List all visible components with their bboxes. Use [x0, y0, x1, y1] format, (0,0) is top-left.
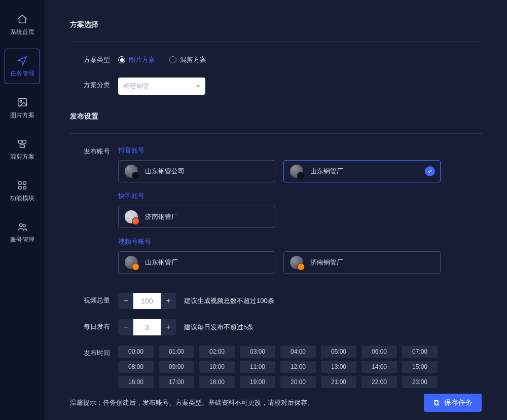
account-card-douyin-0[interactable]: 山东钢管公司 [118, 160, 275, 182]
svg-rect-3 [23, 140, 26, 143]
group-douyin-title: 抖音账号 [118, 146, 482, 155]
nav-label: 功能模块 [10, 194, 34, 203]
plan-category-select[interactable]: 精密钢管 [118, 78, 205, 95]
time-chip[interactable]: 12:00 [280, 361, 316, 373]
time-chip[interactable]: 17:00 [159, 376, 194, 388]
time-chip[interactable]: 21:00 [321, 376, 356, 388]
nav-home[interactable]: 系统首页 [5, 7, 40, 43]
label-plan-category: 方案分类 [70, 78, 118, 90]
time-chip[interactable]: 11:00 [240, 361, 275, 373]
radio-dot-icon [169, 56, 176, 63]
time-chip[interactable]: 04:00 [280, 346, 316, 358]
send-icon [17, 55, 28, 66]
account-card-shipin-1[interactable]: 济南钢管厂 [283, 251, 441, 274]
svg-rect-7 [19, 186, 22, 189]
nav-label: 任务管理 [10, 69, 34, 78]
account-name: 济南钢管厂 [310, 258, 343, 267]
time-chip[interactable]: 01:00 [159, 346, 194, 358]
time-chip[interactable]: 13:00 [321, 361, 356, 373]
radio-image-plan[interactable]: 图片方案 [118, 55, 155, 64]
footer-tip: 温馨提示：任务创建后，发布账号、方案类型、基础资料不可更改，请校对后保存。 [70, 398, 314, 407]
time-chip[interactable]: 15:00 [402, 361, 438, 373]
svg-rect-5 [19, 181, 22, 184]
time-chip[interactable]: 06:00 [361, 346, 397, 358]
grid-icon [17, 180, 28, 191]
nav-modules[interactable]: 功能模块 [5, 173, 40, 209]
stepper-increment[interactable]: + [161, 319, 176, 335]
svg-point-10 [23, 224, 25, 226]
nav-label: 账号管理 [10, 236, 34, 244]
label-publish-time: 发布时间 [70, 346, 118, 358]
divider [70, 42, 482, 42]
time-chip[interactable]: 03:00 [240, 346, 275, 358]
video-total-hint: 建议生成视频总数不超过100条 [184, 296, 274, 306]
group-shipin-title: 视频号账号 [118, 237, 482, 246]
chevron-down-icon [196, 85, 200, 88]
svg-rect-4 [20, 144, 24, 147]
users-icon [17, 221, 28, 233]
save-icon [433, 399, 440, 406]
save-button[interactable]: 保存任务 [424, 394, 482, 412]
section-plan-select: 方案选择 [70, 20, 482, 29]
time-chip[interactable]: 19:00 [240, 376, 275, 388]
svg-rect-2 [19, 140, 22, 143]
time-chip[interactable]: 05:00 [321, 346, 356, 358]
stepper-decrement[interactable]: − [118, 319, 133, 335]
nav-label: 混剪方案 [10, 152, 34, 161]
time-chip[interactable]: 09:00 [159, 361, 194, 373]
time-chip[interactable]: 20:00 [280, 376, 316, 388]
daily-publish-hint: 建议每日发布不超过5条 [184, 323, 254, 332]
avatar-icon [125, 256, 138, 269]
label-daily-publish: 每日发布 [70, 319, 118, 331]
time-chip[interactable]: 18:00 [199, 376, 235, 388]
account-card-douyin-1[interactable]: 山东钢管厂 [283, 160, 441, 182]
svg-rect-6 [23, 181, 26, 184]
time-chip[interactable]: 07:00 [402, 346, 438, 358]
save-button-label: 保存任务 [444, 398, 473, 407]
radio-label: 图片方案 [129, 55, 155, 64]
publish-time-grid: 00:0001:0002:0003:0004:0005:0006:0007:00… [118, 346, 482, 388]
account-name: 山东钢管厂 [145, 258, 178, 267]
plan-type-radio-group: 图片方案 混剪方案 [118, 52, 482, 67]
time-chip[interactable]: 16:00 [118, 376, 154, 388]
image-icon [17, 97, 28, 108]
daily-publish-input[interactable] [133, 319, 161, 335]
time-chip[interactable]: 23:00 [402, 376, 438, 388]
time-chip[interactable]: 02:00 [199, 346, 235, 358]
radio-label: 混剪方案 [180, 55, 206, 64]
radio-mix-plan[interactable]: 混剪方案 [169, 55, 206, 64]
main-panel: 方案选择 方案类型 图片方案 混剪方案 方案分类 [45, 0, 507, 420]
account-card-kuaishou-0[interactable]: 济南钢管厂 [118, 206, 275, 228]
daily-publish-stepper: − + [118, 319, 176, 335]
svg-point-9 [19, 223, 22, 226]
nav-image-plan[interactable]: 图片方案 [5, 90, 40, 126]
label-publish-account: 发布账号 [70, 144, 118, 156]
avatar-icon [125, 210, 138, 223]
svg-rect-0 [18, 98, 27, 106]
stepper-increment[interactable]: + [161, 293, 176, 309]
time-chip[interactable]: 14:00 [361, 361, 397, 373]
time-chip[interactable]: 08:00 [118, 361, 154, 373]
avatar-icon [290, 256, 303, 269]
label-video-total: 视频总量 [70, 293, 118, 305]
nav-accounts[interactable]: 账号管理 [5, 215, 40, 250]
sidebar: 系统首页 任务管理 图片方案 混剪方案 功能模块 [0, 0, 45, 420]
nav-mix-plan[interactable]: 混剪方案 [5, 132, 40, 167]
radio-dot-icon [118, 56, 125, 63]
time-chip[interactable]: 22:00 [361, 376, 397, 388]
account-card-shipin-0[interactable]: 山东钢管厂 [118, 251, 275, 274]
nav-tasks[interactable]: 任务管理 [5, 49, 40, 84]
svg-point-1 [20, 100, 22, 102]
time-chip[interactable]: 10:00 [199, 361, 235, 373]
video-total-input[interactable] [133, 293, 161, 309]
account-name: 山东钢管公司 [145, 167, 185, 176]
svg-rect-11 [436, 403, 438, 405]
stepper-decrement[interactable]: − [118, 293, 133, 309]
nav-label: 图片方案 [10, 111, 34, 120]
select-value: 精密钢管 [123, 82, 150, 91]
divider [70, 133, 482, 134]
check-icon [425, 166, 435, 176]
section-publish-settings: 发布设置 [70, 112, 482, 121]
home-icon [17, 14, 28, 25]
time-chip[interactable]: 00:00 [118, 346, 154, 358]
